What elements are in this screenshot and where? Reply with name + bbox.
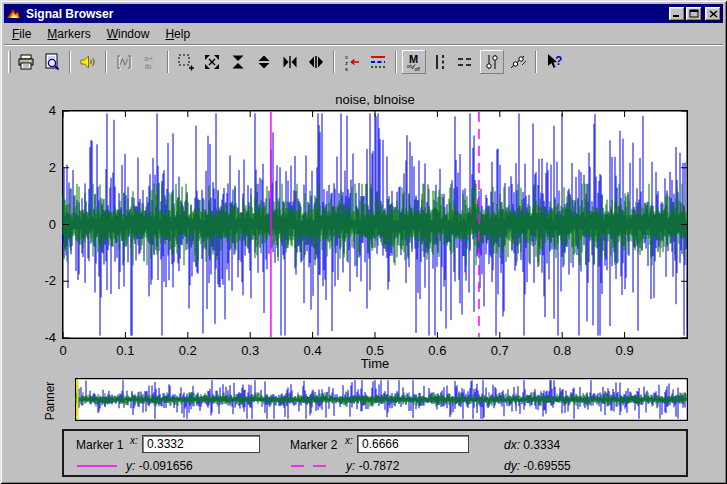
zoom-rect-icon — [176, 52, 196, 72]
window-title: Signal Browser — [26, 7, 669, 21]
menu-file[interactable]: File — [4, 25, 39, 43]
dx-readout: dx: 0.3334 — [504, 438, 560, 452]
signal-browser-window: Signal Browser FileMarkersWindowHelp a+i… — [0, 0, 727, 484]
complex-display-button: a+ib — [138, 50, 162, 74]
dy-label: dy: — [504, 459, 520, 473]
full-view-button[interactable] — [200, 50, 224, 74]
track-markers-icon — [482, 52, 502, 72]
zoom-out-y-button[interactable] — [252, 50, 276, 74]
marker2-y-readout: y: -0.7872 — [346, 459, 399, 473]
line-styles-button[interactable] — [366, 50, 390, 74]
menu-markers[interactable]: Markers — [39, 25, 98, 43]
marker1-y-readout: y: -0.091656 — [126, 459, 193, 473]
marker2-y-label: y: — [346, 459, 355, 473]
printer-icon — [16, 52, 36, 72]
track-markers-button[interactable] — [480, 50, 504, 74]
complex-icon: a+ib — [140, 52, 160, 72]
toolbar: a+ibxzsMonoff? — [6, 47, 723, 77]
marker-readout-panel: Marker 1 x: y: -0.091656 Marker 2 x: y: … — [62, 429, 688, 477]
zoom-in-rect-button[interactable] — [174, 50, 198, 74]
dy-value: -0.69555 — [523, 459, 570, 473]
slope-markers-icon — [508, 52, 528, 72]
plot-title: noise, blnoise — [62, 92, 688, 107]
y-tick-label: 0 — [18, 217, 56, 232]
panner-label: Panner — [31, 381, 69, 421]
zoom-in-x-icon — [280, 52, 300, 72]
close-button[interactable] — [705, 7, 721, 21]
matlab-logo-icon — [6, 6, 22, 21]
dy-readout: dy: -0.69555 — [504, 459, 571, 473]
dx-value: 0.3334 — [523, 438, 560, 452]
zoom-in-x-button[interactable] — [278, 50, 302, 74]
array-signals-button — [112, 50, 136, 74]
y-tick-label: -2 — [18, 273, 56, 288]
title-bar[interactable]: Signal Browser — [4, 4, 723, 23]
vertical-markers-button[interactable] — [428, 50, 452, 74]
svg-text:off: off — [415, 66, 421, 72]
print-button[interactable] — [14, 50, 38, 74]
speaker-icon — [78, 52, 98, 72]
marker1-y-label: y: — [126, 459, 135, 473]
marker1-x-label: x: — [130, 435, 138, 446]
full-view-icon — [202, 52, 222, 72]
zoom-out-x-icon — [306, 52, 326, 72]
marker2-x-label: x: — [345, 435, 353, 446]
marker1-x-input[interactable] — [142, 435, 260, 453]
minimize-icon — [672, 9, 682, 18]
dx-label: dx: — [504, 438, 520, 452]
play-sound-button[interactable] — [76, 50, 100, 74]
zoom-out-y-icon — [254, 52, 274, 72]
slope-markers-button[interactable] — [506, 50, 530, 74]
y-tick-label: -4 — [18, 330, 56, 345]
toolbar-separator — [333, 51, 335, 73]
markers-toggle-icon: Monoff — [404, 52, 424, 72]
toolbar-grip[interactable] — [8, 51, 11, 73]
maximize-button[interactable] — [686, 7, 702, 21]
toolbar-separator — [105, 51, 107, 73]
toolbar-separator — [167, 51, 169, 73]
marker2-x-input[interactable] — [357, 435, 469, 453]
markers-on-off-button[interactable]: Monoff — [402, 50, 426, 74]
print-preview-button[interactable] — [40, 50, 64, 74]
zoom-out-x-button[interactable] — [304, 50, 328, 74]
minimize-button[interactable] — [669, 7, 685, 21]
menu-separator — [4, 44, 723, 46]
menu-window[interactable]: Window — [99, 25, 158, 43]
line-styles-icon — [368, 52, 388, 72]
marker2-line-sample — [290, 464, 336, 468]
toolbar-separator — [535, 51, 537, 73]
select-trace-icon: xzs — [342, 52, 362, 72]
svg-text:ib: ib — [145, 62, 152, 71]
y-tick-label: 4 — [18, 103, 56, 118]
window-controls — [669, 7, 721, 21]
marker2-y-value: -0.7872 — [359, 459, 400, 473]
menu-bar: FileMarkersWindowHelp — [4, 25, 723, 43]
y-tick-label: 2 — [18, 160, 56, 175]
whats-this-icon: ? — [544, 52, 564, 72]
maximize-icon — [689, 9, 699, 18]
x-axis-label: Time — [62, 356, 688, 371]
zoom-in-y-button[interactable] — [226, 50, 250, 74]
main-plot[interactable] — [62, 110, 688, 339]
print-preview-icon — [42, 52, 62, 72]
marker1-line-sample — [76, 464, 118, 468]
horizontal-markers-icon — [456, 52, 476, 72]
svg-text:s: s — [345, 66, 348, 72]
panner[interactable] — [75, 378, 688, 421]
toolbar-separator — [395, 51, 397, 73]
svg-text:on: on — [407, 63, 413, 69]
whats-this-button[interactable]: ? — [542, 50, 566, 74]
menu-help[interactable]: Help — [157, 25, 198, 43]
close-icon — [709, 10, 718, 18]
select-trace-button[interactable]: xzs — [340, 50, 364, 74]
array-signals-icon — [114, 52, 134, 72]
marker1-label: Marker 1 — [76, 438, 123, 452]
svg-text:?: ? — [555, 54, 562, 68]
toolbar-separator — [69, 51, 71, 73]
marker1-y-value: -0.091656 — [139, 459, 193, 473]
vertical-markers-icon — [430, 52, 450, 72]
zoom-in-y-icon — [228, 52, 248, 72]
marker2-label: Marker 2 — [290, 438, 337, 452]
horizontal-markers-button[interactable] — [454, 50, 478, 74]
